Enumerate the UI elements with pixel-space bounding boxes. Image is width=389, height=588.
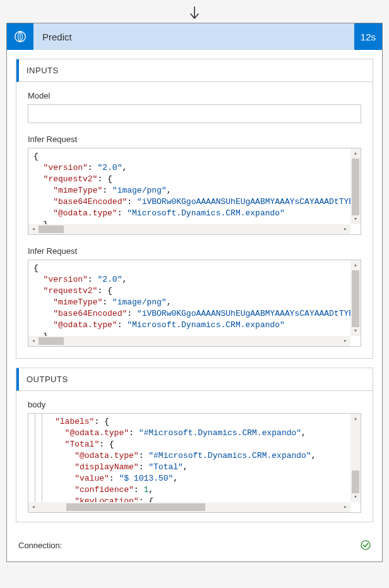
infer-request-1-label: Infer Request <box>28 135 361 144</box>
svg-point-1 <box>361 541 370 549</box>
body-output-content: "labels": { "@odata.type": "#Microsoft.D… <box>50 414 350 502</box>
duration-badge: 12s <box>354 23 382 50</box>
model-input[interactable] <box>28 104 361 123</box>
connection-label: Connection: <box>18 541 62 550</box>
scroll-left-icon[interactable]: ◂ <box>28 336 39 346</box>
scroll-right-icon[interactable]: ▸ <box>340 336 350 346</box>
inputs-section: INPUTS Model Infer Request { "version": … <box>16 59 373 359</box>
flow-arrow-container <box>6 6 383 23</box>
vertical-scrollbar[interactable]: ▴ ▾ <box>350 414 361 502</box>
code-gutter <box>28 414 50 502</box>
model-label: Model <box>28 91 361 100</box>
scroll-thumb[interactable] <box>39 337 64 345</box>
infer-request-1-content: { "version": "2.0", "requestv2": { "mime… <box>28 148 350 224</box>
predict-card[interactable]: Predict 12s INPUTS Model Infer Request {… <box>6 23 383 562</box>
scroll-down-icon[interactable]: ▾ <box>350 492 361 502</box>
scroll-up-icon[interactable]: ▴ <box>350 414 361 424</box>
horizontal-scrollbar[interactable]: ◂ ▸ <box>28 224 350 234</box>
inputs-header: INPUTS <box>16 59 373 82</box>
scroll-left-icon[interactable]: ◂ <box>28 502 39 512</box>
scroll-up-icon[interactable]: ▴ <box>350 148 361 159</box>
infer-request-2-box[interactable]: { "version": "2.0", "requestv2": { "mime… <box>28 260 361 347</box>
scroll-up-icon[interactable]: ▴ <box>350 260 361 270</box>
infer-request-2-label: Infer Request <box>28 246 361 256</box>
horizontal-scrollbar[interactable]: ◂ ▸ <box>28 336 350 346</box>
scroll-thumb[interactable] <box>352 159 359 215</box>
infer-request-1-box[interactable]: { "version": "2.0", "requestv2": { "mime… <box>28 148 361 235</box>
outputs-section: OUTPUTS body "labels": { "@odata.type": … <box>16 368 373 522</box>
card-footer: Connection: <box>7 531 382 561</box>
scroll-thumb[interactable] <box>352 270 359 327</box>
scroll-down-icon[interactable]: ▾ <box>350 214 361 224</box>
card-header[interactable]: Predict 12s <box>7 23 382 50</box>
scroll-left-icon[interactable]: ◂ <box>28 224 39 234</box>
arrow-down-icon <box>189 6 200 20</box>
scroll-right-icon[interactable]: ▸ <box>340 224 350 234</box>
horizontal-scrollbar[interactable]: ◂ ▸ <box>28 502 350 512</box>
card-title: Predict <box>33 23 354 50</box>
vertical-scrollbar[interactable]: ▴ ▾ <box>350 148 361 224</box>
scroll-thumb[interactable] <box>66 503 205 511</box>
vertical-scrollbar[interactable]: ▴ ▾ <box>350 260 361 336</box>
ai-builder-icon <box>7 23 33 50</box>
scroll-thumb[interactable] <box>39 225 64 233</box>
check-ok-icon <box>361 540 371 550</box>
scroll-thumb[interactable] <box>352 471 359 493</box>
outputs-header: OUTPUTS <box>16 368 373 391</box>
scroll-right-icon[interactable]: ▸ <box>340 502 350 512</box>
body-output-box[interactable]: "labels": { "@odata.type": "#Microsoft.D… <box>28 413 361 513</box>
infer-request-2-content: { "version": "2.0", "requestv2": { "mime… <box>28 260 350 336</box>
body-label: body <box>28 400 361 409</box>
scroll-down-icon[interactable]: ▾ <box>350 326 361 336</box>
